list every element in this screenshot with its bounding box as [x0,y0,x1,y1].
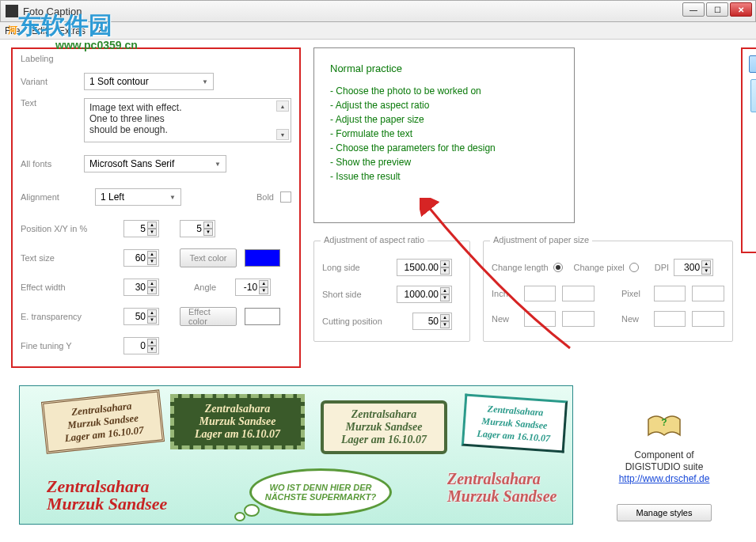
dpi-label: DPI [655,263,669,272]
menu-edit[interactable]: Edit [31,25,47,36]
pixel-label: Pixel [621,289,648,298]
window-title: Foto Caption [23,6,82,17]
new-pixel-h-input[interactable] [692,311,724,327]
allfonts-combo[interactable]: Microsoft Sans Serif ▼ [84,155,226,172]
textsize-label: Text size [21,253,84,263]
sample-banner: Zentralsahara Murzuk Sandsee Lager am 16… [19,385,573,525]
shortside-spinner[interactable]: 1000.00▲▼ [397,286,452,303]
dpi-spinner[interactable]: 300▲▼ [674,259,713,276]
actions-panel: Demo Fonts Select picture Preview Furthe… [741,47,756,253]
app-icon [6,5,18,17]
changelength-radio[interactable] [553,263,563,272]
aspect-group-label: Adjustment of aspect ratio [321,235,427,244]
new-pixel-w-input[interactable] [654,311,686,327]
suite-label: DIGISTUDIO suite [593,461,735,473]
allfonts-label: All fonts [21,159,84,169]
text-label: Text [21,98,84,108]
allfonts-value: Microsoft Sans Serif [89,158,174,169]
alignment-label: Alignment [21,192,76,202]
maximize-button[interactable]: ☐ [706,2,728,17]
sample-stamp: Zentralsahara Murzuk Sandsee Lager am 16… [41,389,165,453]
variant-value: 1 Soft contour [89,76,149,87]
preview-line: - Adjust the paper size [330,112,558,127]
chevron-down-icon: ▼ [215,161,221,168]
inch-h-input[interactable] [562,286,595,301]
etransp-spinner[interactable]: 50▲▼ [123,308,159,325]
variant-combo[interactable]: 1 Soft contour ▼ [84,73,214,90]
minimize-button[interactable]: — [682,2,705,17]
preview-line: - Adjust the aspect ratio [330,98,558,112]
labeling-panel: Labeling Variant 1 Soft contour ▼ Text I… [11,47,301,368]
component-label: Component of [593,449,735,461]
textsize-spinner[interactable]: 60▲▼ [123,249,159,267]
manage-styles-button[interactable]: Manage styles [617,504,712,521]
text-input[interactable]: Image text with effect. One to three lin… [84,98,291,142]
new-label-2: New [621,314,648,324]
textcolor-swatch[interactable] [245,249,280,267]
chevron-down-icon: ▼ [169,194,176,201]
close-button[interactable]: ✕ [730,2,752,17]
preview-frame: Normal practice - Choose the photo to be… [313,47,575,223]
text-value: Image text with effect. One to three lin… [89,102,182,135]
shortside-label: Short side [322,290,390,299]
menu-help[interactable]: ? [97,25,102,36]
preview-line: - Show the preview [330,155,558,169]
website-link[interactable]: http://www.drschef.de [619,473,710,484]
posxy-label: Position X/Y in % [21,224,100,233]
posy-spinner[interactable]: 5▲▼ [180,220,215,237]
footer-info: ? Component of DIGISTUDIO suite http://w… [593,411,735,521]
menubar: File Edit Extras ? [0,22,756,40]
sample-text: Zentralsahara Murzuk Sandsee [47,478,167,513]
longside-spinner[interactable]: 1500.00▲▼ [397,259,452,276]
inch-w-input[interactable] [524,286,557,301]
new-inch-h-input[interactable] [562,311,595,327]
variant-label: Variant [21,77,84,86]
preview-title: Normal practice [330,63,558,74]
sample-stamp: Zentralsahara Murzuk Sandsee Lager am 16… [170,394,305,449]
changepixel-radio[interactable] [629,263,639,272]
select-picture-button[interactable]: Select picture [750,79,756,112]
preview-line: - Issue the result [330,169,558,184]
finetuning-label: Fine tuning Y [21,341,84,351]
textcolor-button[interactable]: Text color [180,248,237,267]
bold-label: Bold [256,192,274,202]
alignment-value: 1 Left [101,191,124,203]
menu-extras[interactable]: Extras [59,25,85,36]
help-book-icon: ? [644,411,684,443]
chevron-down-icon: ▼ [202,78,208,85]
sample-stamp: Zentralsahara Murzuk Sandsee Lager am 16… [462,394,568,453]
effectcolor-swatch[interactable] [245,308,280,325]
sample-text: Zentralsahara Murzuk Sandsee [447,470,557,505]
pixel-w-input[interactable] [654,286,686,301]
demo-button[interactable]: Demo [749,55,756,73]
effectwidth-spinner[interactable]: 30▲▼ [123,279,159,296]
alignment-combo[interactable]: 1 Left ▼ [95,188,181,206]
longside-label: Long side [322,263,390,272]
paper-group: Adjustment of paper size Change length C… [483,241,733,342]
speech-bubble: WO IST DENN HIER DER NÄCHSTE SUPERMARKT? [249,468,392,516]
new-inch-w-input[interactable] [524,311,557,327]
scroll-down-icon[interactable]: ▼ [276,129,289,140]
angle-spinner[interactable]: -10▲▼ [235,279,271,296]
scroll-up-icon[interactable]: ▲ [276,100,289,112]
svg-text:?: ? [661,417,667,428]
changepixel-label: Change pixel [574,263,625,272]
new-label-1: New [492,314,518,324]
paper-group-label: Adjustment of paper size [490,235,592,244]
effectcolor-button[interactable]: Effect color [180,307,237,326]
sample-stamp: Zentralsahara Murzuk Sandsee Lager am 16… [321,400,447,454]
etransp-label: E. transparency [21,312,84,321]
menu-file[interactable]: File [5,25,20,36]
effectwidth-label: Effect width [21,282,84,292]
bold-checkbox[interactable] [280,191,291,203]
pixel-h-input[interactable] [692,286,724,301]
titlebar: Foto Caption — ☐ ✕ [0,0,756,22]
preview-line: - Choose the photo to be worked on [330,84,558,98]
labeling-group-label: Labeling [21,54,291,63]
finetuning-spinner[interactable]: 0▲▼ [123,337,159,354]
aspect-group: Adjustment of aspect ratio Long side 150… [313,241,470,342]
preview-line: - Formulate the text [330,127,558,141]
cutpos-spinner[interactable]: 50▲▼ [412,313,452,330]
posx-spinner[interactable]: 5▲▼ [123,220,159,237]
inch-label: Inch [492,289,518,298]
